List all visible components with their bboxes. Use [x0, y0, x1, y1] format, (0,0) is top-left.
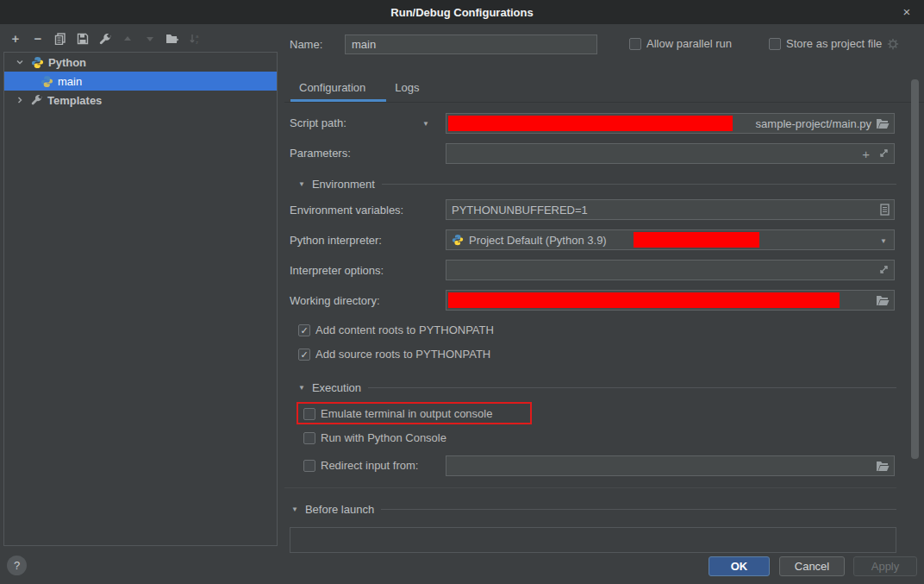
section-rule: [382, 184, 896, 185]
section-collapse-icon[interactable]: ▼: [291, 506, 298, 513]
tree-item-main[interactable]: main: [4, 72, 277, 91]
python-icon: [41, 75, 53, 88]
copy-configuration-icon[interactable]: [53, 32, 67, 46]
environment-variables-field[interactable]: PYTHONUNBUFFERED=1: [446, 199, 895, 220]
redaction-overlay: [448, 292, 840, 308]
checkbox-box[interactable]: [303, 408, 315, 420]
help-button[interactable]: ?: [7, 556, 27, 575]
store-as-project-file-checkbox[interactable]: Store as project file: [769, 37, 899, 50]
folder-icon[interactable]: [876, 294, 890, 306]
tabs-divider: [284, 102, 924, 103]
browse-variables-icon[interactable]: [880, 204, 890, 216]
checkbox-box[interactable]: [769, 38, 781, 50]
interpreter-options-field[interactable]: [446, 260, 895, 280]
redirect-input-label: Redirect input from:: [321, 459, 418, 472]
name-label: Name:: [290, 38, 322, 51]
python-interpreter-combobox[interactable]: Project Default (Python 3.9) ▼: [446, 229, 895, 250]
python-icon: [31, 56, 44, 69]
add-source-roots-label: Add source roots to PYTHONPATH: [315, 348, 490, 361]
move-up-icon: [121, 32, 134, 46]
section-collapse-icon[interactable]: ▼: [298, 384, 305, 392]
script-path-field[interactable]: sample-project/main.py: [446, 113, 895, 134]
checkbox-box[interactable]: [629, 38, 641, 50]
script-path-value: sample-project/main.py: [756, 117, 871, 130]
parameters-field[interactable]: +: [446, 143, 895, 164]
dialog-footer: ? OK Cancel Apply: [0, 548, 924, 584]
expand-field-icon[interactable]: [878, 264, 890, 275]
add-macro-icon[interactable]: +: [862, 147, 870, 161]
tree-item-python[interactable]: Python: [4, 53, 277, 72]
emulate-terminal-label: Emulate terminal in output console: [321, 407, 492, 420]
ok-button[interactable]: OK: [709, 556, 770, 576]
section-title: Before launch: [305, 503, 374, 516]
tree-item-label: Templates: [47, 94, 102, 107]
tab-configuration[interactable]: Configuration: [284, 76, 380, 102]
tree-item-label: Python: [48, 56, 86, 69]
tree-item-templates[interactable]: Templates: [4, 91, 277, 110]
interpreter-options-label: Interpreter options:: [290, 264, 384, 277]
run-with-python-console-checkbox[interactable]: Run with Python Console: [303, 431, 446, 444]
svg-text:z: z: [196, 40, 198, 45]
section-title: Execution: [312, 381, 361, 394]
checkbox-box[interactable]: [303, 432, 315, 444]
name-input[interactable]: [345, 35, 597, 54]
remove-configuration-icon[interactable]: −: [31, 32, 45, 46]
environment-section-header[interactable]: ▼ Environment: [298, 178, 896, 191]
section-rule: [368, 387, 896, 388]
new-folder-icon[interactable]: [165, 32, 179, 46]
edit-templates-wrench-icon[interactable]: [98, 32, 112, 46]
python-icon: [452, 234, 464, 246]
tree-item-label: main: [58, 75, 82, 88]
allow-parallel-run-checkbox[interactable]: Allow parallel run: [629, 37, 732, 50]
add-content-roots-label: Add content roots to PYTHONPATH: [315, 323, 494, 336]
execution-section-header[interactable]: ▼ Execution: [298, 381, 896, 394]
checkbox-box-checked[interactable]: ✓: [298, 324, 310, 336]
sort-alphabetically-icon: az: [188, 32, 202, 46]
dialog-titlebar: Run/Debug Configurations ×: [0, 0, 924, 24]
script-path-label: Script path:: [290, 116, 346, 129]
working-directory-field[interactable]: [446, 290, 895, 311]
vertical-scrollbar[interactable]: [911, 79, 919, 486]
python-interpreter-value: Project Default (Python 3.9): [469, 234, 607, 247]
add-content-roots-checkbox[interactable]: ✓ Add content roots to PYTHONPATH: [298, 323, 494, 336]
folder-icon[interactable]: [876, 460, 890, 472]
before-launch-section-header[interactable]: ▼ Before launch: [291, 503, 896, 516]
redirect-input-checkbox[interactable]: Redirect input from:: [303, 459, 418, 472]
redirect-input-field[interactable]: [446, 455, 895, 476]
configurations-toolbar: + − az: [9, 32, 202, 46]
redaction-overlay: [634, 232, 759, 248]
section-collapse-icon[interactable]: ▼: [298, 180, 305, 188]
configuration-editor: Name: Allow parallel run Store as projec…: [284, 24, 924, 548]
move-down-icon: [143, 32, 157, 46]
parameters-label: Parameters:: [290, 147, 351, 160]
scroll-viewport-divider: [284, 487, 896, 488]
tab-logs[interactable]: Logs: [380, 76, 434, 102]
redaction-overlay: [448, 116, 733, 131]
apply-button: Apply: [853, 556, 917, 576]
scrollbar-thumb[interactable]: [911, 79, 919, 459]
configurations-tree: Python main Templates: [3, 52, 278, 546]
close-icon[interactable]: ×: [898, 3, 915, 21]
checkbox-box[interactable]: [303, 460, 315, 472]
cancel-button[interactable]: Cancel: [779, 556, 845, 576]
allow-parallel-run-label: Allow parallel run: [646, 37, 732, 50]
section-title: Environment: [312, 178, 375, 191]
dialog-title: Run/Debug Configurations: [390, 6, 533, 19]
chevron-down-icon[interactable]: ▼: [880, 237, 887, 245]
gear-icon: [887, 38, 899, 50]
save-configuration-icon[interactable]: [76, 32, 90, 46]
emulate-terminal-checkbox[interactable]: Emulate terminal in output console: [303, 407, 492, 420]
section-rule: [381, 509, 896, 510]
folder-icon[interactable]: [876, 117, 890, 129]
expand-field-icon[interactable]: [878, 148, 890, 159]
add-configuration-icon[interactable]: +: [9, 32, 22, 46]
svg-text:a: a: [196, 34, 199, 39]
editor-tabs: Configuration Logs: [284, 76, 434, 102]
chevron-down-icon[interactable]: [13, 58, 27, 66]
run-with-python-console-label: Run with Python Console: [321, 431, 446, 444]
chevron-right-icon[interactable]: [13, 96, 27, 104]
add-source-roots-checkbox[interactable]: ✓ Add source roots to PYTHONPATH: [298, 348, 490, 361]
checkbox-box-checked[interactable]: ✓: [298, 349, 310, 361]
store-as-project-file-label: Store as project file: [786, 37, 882, 50]
script-path-dropdown-icon[interactable]: ▼: [422, 120, 429, 128]
